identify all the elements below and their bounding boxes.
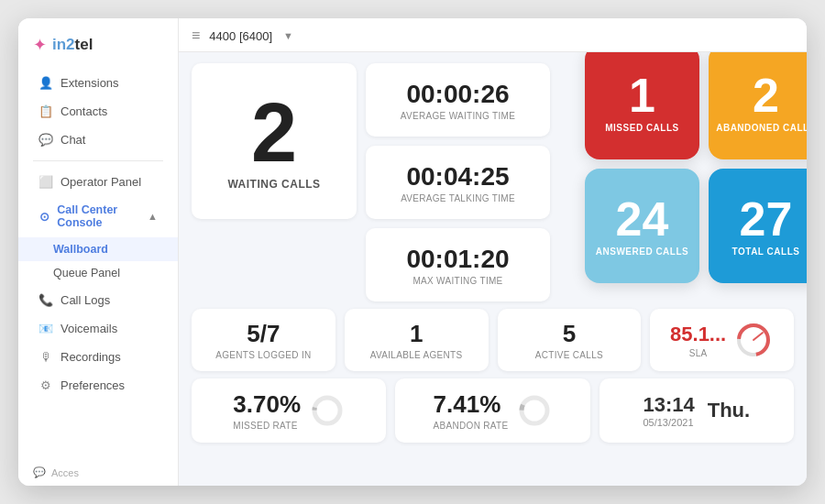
missed-rate-donut — [310, 393, 345, 428]
stat-cards-overlay: 1 MISSED CALLS 2 ABANDONED CALLS 24 ANSW… — [585, 52, 807, 283]
missed-calls-label: MISSED CALLS — [605, 123, 678, 133]
call-center-icon: ⊙ — [38, 210, 50, 224]
abandoned-calls-label: ABANDONED CALLS — [716, 123, 807, 133]
abandon-rate-value: 7.41% — [434, 390, 509, 419]
datetime-row: 13:14 05/13/2021 Thu. — [643, 393, 750, 428]
sla-panel: 85.1... SLA — [650, 309, 794, 371]
missed-rate-panel: 3.70% MISSED RATE — [192, 378, 386, 443]
sidebar-item-call-center-console[interactable]: ⊙ Call Center Console ▲ — [24, 197, 172, 236]
missed-rate-container: 3.70% MISSED RATE — [233, 390, 345, 431]
dashboard-body: 1 MISSED CALLS 2 ABANDONED CALLS 24 ANSW… — [179, 52, 807, 486]
abandoned-calls-card: 2 ABANDONED CALLS — [709, 52, 807, 159]
missed-rate-text: 3.70% MISSED RATE — [233, 390, 301, 431]
sidebar-item-wallboard[interactable]: Wallboard — [18, 237, 178, 261]
answered-calls-label: ANSWERED CALLS — [596, 247, 688, 257]
active-calls-panel: 5 ACTIVE CALLS — [498, 309, 642, 371]
agents-logged-in-panel: 5/7 AGENTS LOGGED IN — [192, 309, 336, 371]
sla-text-group: 85.1... SLA — [670, 323, 726, 358]
call-logs-label: Call Logs — [60, 293, 110, 307]
waiting-label: WAITING CALLS — [227, 178, 320, 191]
sidebar-nav: 👤 Extensions 📋 Contacts 💬 Chat ⬜ Operato… — [18, 70, 178, 406]
sla-gauge-svg — [733, 320, 774, 360]
chat-label: Chat — [60, 133, 85, 147]
active-calls-label: ACTIVE CALLS — [535, 350, 603, 360]
logo: ✦ in2tel — [18, 27, 178, 70]
sidebar-item-operator-panel[interactable]: ⬜ Operator Panel — [24, 169, 172, 195]
available-agents-value: 1 — [410, 320, 423, 348]
avg-talking-label: AVERAGE TALKING TIME — [401, 193, 515, 203]
sidebar-item-preferences[interactable]: ⚙ Preferences — [24, 372, 172, 399]
max-waiting-time-panel: 00:01:20 MAX WAITING TIME — [366, 228, 550, 301]
max-waiting-label: MAX WAITING TIME — [412, 276, 502, 286]
nav-divider — [33, 160, 163, 161]
recordings-icon: 🎙 — [38, 350, 53, 364]
datetime-panel: 13:14 05/13/2021 Thu. — [600, 378, 794, 443]
abandon-rate-panel: 7.41% ABANDON RATE — [395, 378, 589, 443]
app-window: ✦ in2tel 👤 Extensions 📋 Contacts 💬 Chat … — [18, 18, 807, 486]
voicemails-label: Voicemails — [60, 322, 117, 335]
operator-label: Operator Panel — [60, 175, 141, 189]
day-display: Thu. — [708, 399, 750, 422]
sidebar-item-recordings[interactable]: 🎙 Recordings — [24, 344, 172, 370]
voicemails-icon: 📧 — [38, 322, 53, 335]
access-icon: 💬 — [33, 466, 46, 478]
abandon-rate-text: 7.41% ABANDON RATE — [434, 390, 509, 431]
recordings-label: Recordings — [60, 350, 121, 364]
available-agents-label: AVAILABLE AGENTS — [370, 350, 463, 360]
hamburger-icon[interactable]: ≡ — [192, 27, 200, 44]
waiting-number: 2 — [251, 92, 297, 174]
queue-arrow-icon: ▼ — [283, 30, 293, 41]
answered-calls-card: 24 ANSWERED CALLS — [585, 169, 699, 283]
sidebar-item-queue-panel[interactable]: Queue Panel — [18, 261, 178, 285]
avg-talking-value: 00:04:25 — [406, 162, 509, 192]
answered-calls-number: 24 — [616, 195, 669, 243]
contacts-icon: 📋 — [38, 104, 53, 118]
avg-waiting-label: AVERAGE WAITING TIME — [401, 111, 515, 121]
waiting-calls-panel: 2 WAITING CALLS — [192, 63, 357, 219]
queue-selector[interactable]: 4400 [6400] — [209, 29, 272, 43]
operator-icon: ⬜ — [38, 175, 53, 189]
call-logs-icon: 📞 — [38, 293, 53, 307]
abandon-rate-donut — [517, 393, 552, 428]
available-agents-panel: 1 AVAILABLE AGENTS — [345, 309, 489, 371]
missed-rate-value: 3.70% — [233, 390, 301, 419]
agents-logged-in-label: AGENTS LOGGED IN — [215, 350, 311, 360]
active-calls-value: 5 — [563, 320, 576, 348]
main-area: ≡ 4400 [6400] ▼ 1 MISSED CALLS 2 ABANDON… — [179, 18, 807, 486]
abandon-rate-label: ABANDON RATE — [434, 421, 509, 431]
svg-point-3 — [314, 398, 340, 423]
agents-logged-in-value: 5/7 — [247, 320, 280, 348]
chat-icon: 💬 — [38, 133, 53, 147]
preferences-icon: ⚙ — [38, 378, 53, 392]
avg-waiting-value: 00:00:26 — [406, 80, 509, 109]
expand-icon: ▲ — [148, 211, 158, 222]
sla-label: SLA — [670, 348, 726, 358]
svg-line-2 — [754, 333, 763, 340]
missed-calls-card: 1 MISSED CALLS — [585, 52, 699, 159]
avg-waiting-time-panel: 00:00:26 AVERAGE WAITING TIME — [366, 63, 550, 137]
preferences-label: Preferences — [60, 378, 125, 392]
main-header: ≡ 4400 [6400] ▼ — [179, 18, 807, 52]
sla-gauge: 85.1... SLA — [670, 320, 774, 360]
total-calls-card: 27 TOTAL CALLS — [709, 169, 807, 283]
missed-calls-number: 1 — [629, 71, 655, 119]
sidebar: ✦ in2tel 👤 Extensions 📋 Contacts 💬 Chat … — [18, 18, 179, 486]
abandon-rate-container: 7.41% ABANDON RATE — [434, 390, 553, 431]
sidebar-item-extensions[interactable]: 👤 Extensions — [24, 70, 172, 96]
contacts-label: Contacts — [60, 104, 107, 118]
time-display: 13:14 — [643, 393, 694, 417]
sidebar-item-voicemails[interactable]: 📧 Voicemails — [24, 315, 172, 342]
access-label: Acces — [51, 467, 79, 478]
stats-row: 5/7 AGENTS LOGGED IN 1 AVAILABLE AGENTS … — [179, 309, 807, 371]
logo-icon: ✦ — [33, 35, 47, 55]
sidebar-item-chat[interactable]: 💬 Chat — [24, 126, 172, 153]
sidebar-item-contacts[interactable]: 📋 Contacts — [24, 98, 172, 125]
access-bar: 💬 Acces — [18, 459, 178, 486]
total-calls-label: TOTAL CALLS — [732, 247, 800, 257]
sidebar-item-call-logs[interactable]: 📞 Call Logs — [24, 287, 172, 313]
sla-value: 85.1... — [670, 323, 726, 345]
max-waiting-value: 00:01:20 — [406, 245, 509, 274]
extensions-icon: 👤 — [38, 76, 53, 90]
sidebar-sub-menu: Wallboard Queue Panel — [18, 237, 178, 285]
abandoned-calls-number: 2 — [753, 71, 779, 119]
